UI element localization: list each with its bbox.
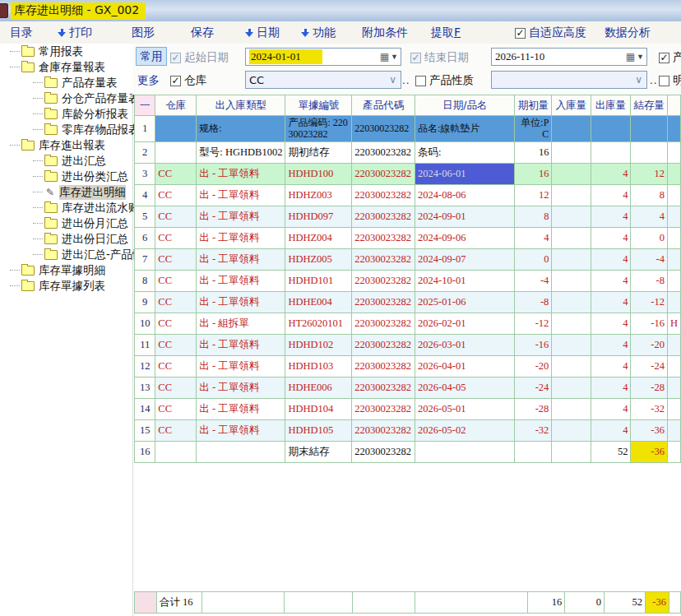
cell-out-qty[interactable] <box>591 116 631 142</box>
cell-out-qty[interactable]: 4 <box>591 228 631 249</box>
cell-warehouse[interactable]: CC <box>155 313 197 335</box>
sidebar-item-0[interactable]: 常用报表 <box>0 44 132 59</box>
cell-doc-no[interactable]: HDHD104 <box>285 399 352 420</box>
cell-out-qty[interactable]: 4 <box>591 271 631 292</box>
sidebar-item-1[interactable]: 倉庫存量報表 <box>0 59 132 75</box>
menu-item-0[interactable]: 目录 <box>10 25 33 40</box>
cell-date-name[interactable]: 2026-04-01 <box>415 356 515 377</box>
cell-inout-type[interactable]: 出 - 工單領料 <box>197 399 285 420</box>
cell-warehouse[interactable]: CC <box>155 206 197 228</box>
column-header-warehouse[interactable]: 仓庫 <box>155 95 197 116</box>
cell-inout-type[interactable]: 出 - 工單領料 <box>197 335 285 356</box>
cell-row-number[interactable]: 7 <box>135 249 155 271</box>
cell-date-name[interactable]: 2024-09-06 <box>415 228 515 249</box>
cell-clipped-col[interactable] <box>667 442 680 463</box>
sidebar-item-10[interactable]: 库存进出流水账 <box>0 200 132 215</box>
ellipsis-button[interactable]: .. <box>402 75 410 86</box>
cell-in-qty[interactable] <box>552 228 591 249</box>
column-header-begin-qty[interactable]: 期初量 <box>515 95 552 116</box>
cell-warehouse[interactable]: CC <box>155 164 197 185</box>
cell-row-number[interactable]: 1 <box>135 116 155 142</box>
menu-item-3[interactable]: 保存 <box>191 25 214 40</box>
cell-row-number[interactable]: 4 <box>135 185 155 206</box>
cell-doc-no[interactable]: HDHE006 <box>285 377 352 399</box>
column-header-product-code[interactable]: 產品代碼 <box>352 95 415 116</box>
menu-item-8[interactable]: 自适应高度 <box>515 25 586 40</box>
cell-begin-qty[interactable]: 0 <box>515 249 552 271</box>
cell-row-number[interactable]: 8 <box>135 271 155 292</box>
sidebar-item-3[interactable]: 分仓产品存量表 <box>0 90 132 106</box>
cell-date-name[interactable]: 2026-02-01 <box>415 313 515 335</box>
cell-begin-qty[interactable]: -12 <box>515 313 552 335</box>
cell-doc-no[interactable]: 产品编码: 22030023282 <box>285 116 352 142</box>
menu-item-7[interactable]: 提取F <box>431 25 461 40</box>
cell-inout-type[interactable]: 出 - 工單領料 <box>197 420 285 442</box>
cell-in-qty[interactable] <box>552 271 591 292</box>
cell-date-name[interactable]: 2026-05-02 <box>415 420 515 442</box>
cell-warehouse[interactable]: CC <box>155 377 197 399</box>
cell-product-code[interactable]: 22030023282 <box>352 399 415 420</box>
cell-row-number[interactable]: 10 <box>135 313 155 335</box>
cell-row-number[interactable]: 9 <box>135 292 155 313</box>
cell-out-qty[interactable]: 4 <box>591 249 631 271</box>
common-tab-button[interactable]: 常用 <box>136 47 167 66</box>
cell-warehouse[interactable]: CC <box>155 185 197 206</box>
clipped-top-checkbox[interactable] <box>659 53 669 63</box>
cell-product-code[interactable]: 22030023282 <box>352 271 415 292</box>
chevron-down-icon[interactable]: ∨ <box>635 74 646 86</box>
cell-balance[interactable]: -28 <box>631 377 668 399</box>
start-date-checkbox[interactable] <box>170 53 181 63</box>
cell-out-qty[interactable]: 4 <box>591 292 631 313</box>
cell-inout-type[interactable]: 规格: <box>197 116 285 142</box>
column-header-doc-no[interactable]: 單據編號 <box>285 95 352 116</box>
cell-in-qty[interactable] <box>552 142 591 164</box>
cell-clipped-col[interactable] <box>667 377 680 399</box>
cell-in-qty[interactable] <box>552 442 591 463</box>
cell-date-name[interactable]: 条码: <box>415 142 515 164</box>
column-header-out-qty[interactable]: 出庫量 <box>591 95 631 116</box>
sidebar-item-5[interactable]: 零库存物品报表 <box>0 122 132 137</box>
product-nature-checkbox[interactable] <box>415 76 426 86</box>
cell-row-number[interactable]: 3 <box>135 164 155 185</box>
cell-row-number[interactable]: 13 <box>135 377 155 399</box>
warehouse-combo[interactable]: CC ∨ <box>245 71 401 89</box>
menu-item-4[interactable]: 日期 <box>245 25 280 40</box>
cell-doc-no[interactable]: HDHZ003 <box>285 185 352 206</box>
cell-product-code[interactable]: 22030023282 <box>352 377 415 399</box>
column-header-clipped-col[interactable] <box>667 95 680 116</box>
cell-product-code[interactable]: 22030023282 <box>352 142 415 164</box>
cell-row-number[interactable]: 11 <box>135 335 155 356</box>
sidebar-item-2[interactable]: 产品存量表 <box>0 75 132 90</box>
cell-doc-no[interactable]: HDHD103 <box>285 356 352 377</box>
cell-row-number[interactable]: 12 <box>135 356 155 377</box>
cell-in-qty[interactable] <box>552 206 591 228</box>
cell-begin-qty[interactable]: -8 <box>515 292 552 313</box>
cell-begin-qty[interactable]: -24 <box>515 377 552 399</box>
cell-balance[interactable]: -32 <box>631 399 668 420</box>
cell-clipped-col[interactable] <box>667 164 680 185</box>
cell-warehouse[interactable]: CC <box>155 420 197 442</box>
sidebar-item-8[interactable]: 进出份类汇总 <box>0 169 132 184</box>
cell-product-code[interactable]: 22030023282 <box>352 228 415 249</box>
cell-out-qty[interactable]: 4 <box>591 313 631 335</box>
cell-balance[interactable]: 0 <box>631 228 668 249</box>
warehouse-checkbox[interactable] <box>170 76 181 86</box>
cell-balance[interactable] <box>631 142 668 164</box>
cell-inout-type[interactable] <box>197 442 285 463</box>
cell-warehouse[interactable]: CC <box>155 335 197 356</box>
cell-warehouse[interactable] <box>155 142 197 164</box>
cell-inout-type[interactable]: 出 - 工單領料 <box>197 292 285 313</box>
cell-inout-type[interactable]: 出 - 工單領料 <box>197 356 285 377</box>
cell-warehouse[interactable] <box>155 116 197 142</box>
cell-warehouse[interactable]: CC <box>155 228 197 249</box>
calendar-dropdown-icon[interactable]: ▼ <box>391 53 398 61</box>
cell-begin-qty[interactable]: -4 <box>515 271 552 292</box>
cell-clipped-col[interactable] <box>667 292 680 313</box>
calendar-dropdown-icon[interactable]: ▼ <box>637 53 644 61</box>
cell-date-name[interactable]: 2024-10-01 <box>415 271 515 292</box>
cell-product-code[interactable]: 22030023282 <box>352 335 415 356</box>
cell-product-code[interactable]: 22030023282 <box>352 185 415 206</box>
cell-out-qty[interactable]: 4 <box>591 164 631 185</box>
cell-warehouse[interactable]: CC <box>155 271 197 292</box>
cell-balance[interactable] <box>631 116 668 142</box>
